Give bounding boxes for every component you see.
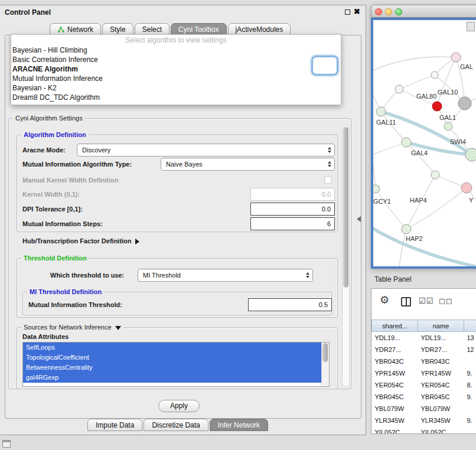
algorithm-popup-list: Bayesian - Hill ClimbingBasic Correlatio… <box>11 45 341 102</box>
table-row[interactable]: YDR27...YDR27...12 <box>372 344 476 356</box>
tab-style[interactable]: Style <box>102 23 133 35</box>
focused-help-button[interactable] <box>311 56 338 76</box>
settings-scrollbar-thumb[interactable] <box>343 127 348 288</box>
mi-threshold-label: Mutual Information Threshold: <box>28 301 122 309</box>
table-row[interactable]: YIL052CYIL052C <box>372 426 476 435</box>
network-edge[interactable] <box>406 188 467 229</box>
network-edge[interactable] <box>373 57 456 71</box>
table-row[interactable]: YBR043CYBR043C <box>372 356 476 367</box>
tab-impute-data[interactable]: Impute Data <box>87 419 142 431</box>
tab-label: Select <box>142 25 162 34</box>
manual-kernel-width-checkbox[interactable] <box>324 176 332 184</box>
sources-group-title[interactable]: Sources for Network Inference <box>21 324 123 331</box>
algorithm-option[interactable]: Bayesian - Hill Climbing <box>11 45 341 55</box>
network-edge[interactable] <box>437 57 456 106</box>
apply-button[interactable]: Apply <box>158 400 200 412</box>
network-node[interactable] <box>432 102 442 111</box>
data-attributes-list: SelfLoopsTopologicalCoefficientBetweenne… <box>23 343 329 383</box>
kernel-width-field[interactable]: 0.0 <box>250 188 335 201</box>
hub-section-toggle[interactable]: Hub/Transcription Factor Definition <box>22 237 139 245</box>
tab-jactivemodules[interactable]: jActiveModules <box>228 23 291 35</box>
network-node[interactable] <box>451 53 461 62</box>
network-node[interactable] <box>373 185 380 193</box>
attribute-item[interactable]: TopologicalCoefficient <box>23 353 321 363</box>
combo-arrows-icon <box>302 272 312 278</box>
attributes-scrollbar-thumb[interactable] <box>322 343 328 362</box>
node-label: GAL11 <box>376 119 396 126</box>
zoom-window-icon[interactable] <box>395 8 402 15</box>
table-row[interactable]: YPR145WYPR145W9. <box>372 367 476 379</box>
attribute-item[interactable]: BetweennessCentrality <box>23 363 321 373</box>
network-node[interactable] <box>465 148 476 161</box>
tab-label: Network <box>67 25 93 34</box>
column-header-shared[interactable]: shared... <box>372 320 418 332</box>
deselect-all-icon[interactable]: ◻◻ <box>439 296 453 305</box>
tab-discretize-data[interactable]: Discretize Data <box>144 419 208 431</box>
network-node[interactable] <box>458 97 471 110</box>
mi-threshold-group-title: MI Threshold Definition <box>27 288 104 296</box>
network-edge[interactable] <box>373 142 406 155</box>
network-node[interactable] <box>376 107 386 116</box>
data-attributes-listbox: SelfLoopsTopologicalCoefficientBetweenne… <box>22 342 330 387</box>
tab-select[interactable]: Select <box>135 23 169 35</box>
network-node[interactable] <box>461 182 472 193</box>
network-canvas[interactable]: GALGAL80GAL10GAL11GAL1SWI4GAL4GCY1HAP4HA… <box>371 18 476 269</box>
tab-network[interactable]: Network <box>50 23 101 35</box>
attribute-item[interactable]: gal4RGexp <box>23 373 321 383</box>
network-node[interactable] <box>402 224 411 234</box>
close-panel-icon[interactable]: ✖ <box>354 7 360 16</box>
table-row[interactable]: YBR045CYBR045C9. <box>372 391 476 403</box>
table-row[interactable]: YBL079WYBL079W <box>372 403 476 415</box>
dpi-tolerance-field[interactable]: 0.0 <box>250 203 335 216</box>
attribute-item[interactable]: SelfLoops <box>23 343 321 353</box>
which-threshold-select[interactable]: MI Threshold <box>138 269 313 282</box>
select-all-icon[interactable]: ☑☑ <box>419 296 433 305</box>
aracne-mode-label: Aracne Mode: <box>22 146 66 154</box>
minimize-window-icon[interactable] <box>385 8 392 15</box>
aracne-mode-select[interactable]: Discovery <box>77 144 335 156</box>
network-node[interactable] <box>402 138 411 147</box>
network-node[interactable] <box>395 85 403 93</box>
tab-label: Cyni Toolbox <box>178 25 219 34</box>
algorithm-option[interactable]: Basic Correlation Inference <box>11 55 341 64</box>
network-node[interactable] <box>444 122 452 131</box>
mi-algorithm-type-select[interactable]: Naive Bayes <box>161 158 335 171</box>
tab-label: Impute Data <box>96 421 134 429</box>
algorithm-option[interactable]: Mutual Information Inference <box>11 74 341 83</box>
algorithm-option[interactable]: Dream8 DC_TDC Algorithm <box>11 93 341 102</box>
tab-infer-network[interactable]: Infer Network <box>210 419 268 431</box>
table-row[interactable]: YLR345WYLR345W9. <box>372 415 476 426</box>
minimized-panel-icon[interactable] <box>2 440 11 448</box>
gear-icon[interactable]: ⚙ <box>380 295 389 305</box>
close-window-icon[interactable] <box>375 8 382 15</box>
network-edge[interactable] <box>399 75 435 89</box>
birdseye-toggle-icon[interactable] <box>467 22 475 31</box>
network-node[interactable] <box>431 171 439 179</box>
attributes-scrollbar[interactable] <box>321 343 329 386</box>
splitter-collapse-arrow[interactable] <box>357 216 361 222</box>
network-edge[interactable] <box>373 159 376 189</box>
table-panel: ⚙ ☑☑ ◻◻ shared... name YDL19...YDL19...1… <box>371 288 476 434</box>
column-header-name[interactable]: name <box>418 320 464 332</box>
table-panel-title: Table Panel <box>374 275 412 283</box>
algorithm-option[interactable]: ARACNE Algorithm <box>11 64 341 74</box>
columns-icon[interactable] <box>401 297 411 306</box>
expand-arrow-icon <box>135 239 139 244</box>
network-window-titlebar[interactable] <box>371 5 476 18</box>
node-table: shared... name YDL19...YDL19...13YDR27..… <box>371 319 476 434</box>
tab-cyni-toolbox[interactable]: Cyni Toolbox <box>171 23 226 35</box>
float-panel-icon[interactable] <box>345 9 350 15</box>
collapse-arrow-icon <box>115 326 121 330</box>
mi-steps-field[interactable]: 6 <box>250 217 335 230</box>
mi-threshold-field[interactable]: 0.5 <box>248 298 332 311</box>
network-edge[interactable] <box>376 189 406 229</box>
algorithm-option[interactable]: Bayesian - K2 <box>11 83 341 93</box>
settings-scrollbar[interactable] <box>342 125 350 387</box>
node-label: GAL10 <box>438 89 458 96</box>
network-edge[interactable] <box>373 228 476 266</box>
column-header-extra[interactable] <box>464 320 476 332</box>
table-row[interactable]: YER054CYER054C8. <box>372 379 476 391</box>
node-label: SWI4 <box>450 138 466 145</box>
network-node[interactable] <box>431 71 438 79</box>
table-row[interactable]: YDL19...YDL19...13 <box>372 332 476 344</box>
